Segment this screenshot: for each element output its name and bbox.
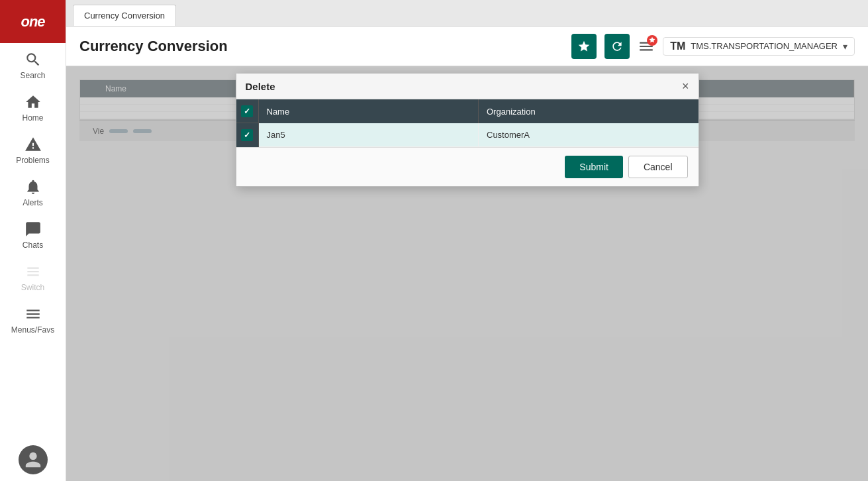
- chevron-down-icon: ▾: [843, 41, 847, 52]
- content-area: Name Organization: [66, 66, 868, 481]
- sidebar-label-chats: Chats: [23, 240, 43, 250]
- sidebar-label-home: Home: [22, 113, 43, 123]
- sidebar-label-switch: Switch: [21, 283, 44, 292]
- select-all-checkbox[interactable]: [241, 105, 253, 117]
- sidebar-label-menus: Menus/Favs: [11, 325, 54, 335]
- sidebar-item-home[interactable]: Home: [0, 85, 66, 128]
- delete-dialog: Delete ×: [236, 73, 699, 187]
- sidebar-item-alerts[interactable]: Alerts: [0, 170, 66, 213]
- dialog-footer: Submit Cancel: [236, 147, 699, 186]
- sidebar-item-search[interactable]: Search: [0, 43, 66, 85]
- row-checkbox-1[interactable]: [241, 129, 253, 141]
- dialog-body: Name Organization Jan5: [236, 99, 699, 147]
- main-area: Currency Conversion Currency Conversion: [66, 0, 868, 481]
- sidebar: one Search Home Problems Alerts Chats: [0, 0, 66, 481]
- notification-area[interactable]: [638, 38, 655, 55]
- page-title: Currency Conversion: [79, 38, 563, 55]
- user-name: TMS.TRANSPORTATION_MANAGER: [691, 41, 838, 51]
- home-icon: [24, 93, 42, 111]
- notification-badge: [647, 35, 657, 46]
- tab-currency-conversion[interactable]: Currency Conversion: [73, 5, 176, 26]
- tab-bar: Currency Conversion: [66, 0, 868, 27]
- sidebar-item-menus[interactable]: Menus/Favs: [0, 297, 66, 340]
- switch-icon: [24, 263, 42, 280]
- col-header-organization: Organization: [479, 99, 699, 123]
- user-initials: TM: [670, 40, 685, 52]
- user-area[interactable]: TM TMS.TRANSPORTATION_MANAGER ▾: [663, 37, 855, 56]
- header-bar: Currency Conversion TM TMS.TRANSPORTATI: [66, 27, 868, 66]
- dialog-overlay: Delete ×: [66, 66, 868, 481]
- col-header-name: Name: [259, 99, 479, 123]
- row-organization-cell: CustomerA: [479, 123, 699, 146]
- dialog-close-button[interactable]: ×: [682, 80, 689, 92]
- dialog-table-body: Jan5 CustomerA: [259, 123, 699, 147]
- sidebar-label-alerts: Alerts: [23, 198, 43, 207]
- refresh-icon: [610, 40, 624, 53]
- dialog-header: Delete ×: [236, 74, 699, 99]
- sidebar-label-problems: Problems: [16, 156, 50, 165]
- dialog-table: Name Organization Jan5: [259, 99, 699, 147]
- dialog-table-header: Name Organization: [259, 99, 699, 123]
- sidebar-item-problems[interactable]: Problems: [0, 128, 66, 170]
- sidebar-label-search: Search: [20, 71, 45, 80]
- cancel-button[interactable]: Cancel: [628, 156, 688, 178]
- favorite-button[interactable]: [571, 34, 597, 59]
- bell-icon: [24, 178, 42, 195]
- menu-icon: [24, 305, 42, 323]
- submit-button[interactable]: Submit: [565, 156, 623, 178]
- star-icon: [577, 40, 591, 53]
- refresh-button[interactable]: [604, 34, 630, 59]
- avatar-icon: [24, 451, 42, 469]
- sidebar-item-chats[interactable]: Chats: [0, 213, 66, 255]
- user-avatar[interactable]: [19, 445, 48, 474]
- table-row[interactable]: Jan5 CustomerA: [259, 123, 699, 147]
- warning-icon: [24, 136, 42, 153]
- dialog-title: Delete: [246, 81, 275, 92]
- dialog-checkbox-row-1: [236, 123, 258, 147]
- dialog-checkbox-header: [236, 99, 258, 123]
- chat-icon: [24, 221, 42, 238]
- row-name-cell: Jan5: [259, 123, 479, 146]
- app-logo[interactable]: one: [0, 0, 66, 43]
- sidebar-item-switch[interactable]: Switch: [0, 255, 66, 297]
- search-icon: [24, 51, 42, 68]
- logo-text: one: [21, 13, 44, 30]
- badge-star-icon: [648, 36, 656, 44]
- dialog-checkbox-column: [236, 99, 259, 147]
